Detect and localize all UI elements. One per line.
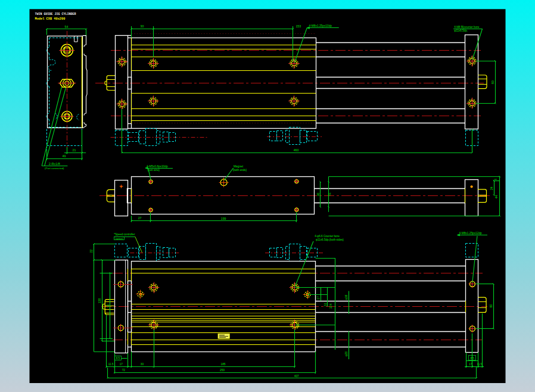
- svg-text:φ11x6.5dp.: φ11x6.5dp.: [454, 29, 468, 32]
- svg-text:(Port connected): (Port connected): [45, 167, 64, 170]
- svg-text:4-M8x1.25px10dp: 4-M8x1.25px10dp: [309, 24, 332, 27]
- svg-text:199: 199: [221, 217, 226, 220]
- svg-text:4-M8x1.25px12dp: 4-M8x1.25px12dp: [459, 232, 482, 235]
- svg-text:60: 60: [491, 80, 494, 84]
- svg-text:49: 49: [63, 154, 66, 158]
- svg-text:17: 17: [316, 296, 320, 300]
- svg-text:*Speed controller: *Speed controller: [114, 233, 135, 236]
- svg-text:φ20: φ20: [344, 351, 348, 356]
- svg-text:21: 21: [73, 148, 76, 152]
- svg-text:51: 51: [328, 192, 331, 196]
- svg-text:124: 124: [329, 304, 332, 309]
- svg-text:44: 44: [494, 195, 498, 199]
- svg-text:11.5: 11.5: [477, 363, 482, 366]
- svg-text:153: 153: [296, 24, 301, 28]
- svg-text:22: 22: [89, 250, 93, 253]
- svg-text:2-Rc1/8: 2-Rc1/8: [49, 162, 60, 166]
- svg-text:138: 138: [98, 298, 101, 304]
- svg-text:60: 60: [489, 304, 493, 308]
- svg-text:Magnet: Magnet: [234, 165, 244, 168]
- svg-text:TWIN GUIDE JIG CYLINDER: TWIN GUIDE JIG CYLINDER: [35, 13, 76, 16]
- svg-text:4-φ6.6 Counter bore: 4-φ6.6 Counter bore: [315, 235, 340, 238]
- svg-text:40: 40: [316, 192, 320, 196]
- svg-text:(option): (option): [115, 238, 123, 240]
- svg-text:φ11x6.5dp.(both sides): φ11x6.5dp.(both sides): [316, 238, 344, 241]
- svg-text:11.5: 11.5: [108, 363, 114, 366]
- svg-text:185: 185: [220, 363, 225, 366]
- svg-text:24: 24: [490, 186, 493, 190]
- svg-text:72: 72: [122, 369, 126, 372]
- svg-text:54: 54: [65, 25, 69, 29]
- svg-text:30: 30: [141, 24, 144, 28]
- svg-text:5: 5: [494, 178, 497, 180]
- svg-text:φ16: φ16: [344, 294, 348, 300]
- svg-text:4-M8 B(counter bore: 4-M8 B(counter bore: [454, 26, 480, 29]
- svg-text:30: 30: [141, 363, 144, 366]
- svg-text:460: 460: [294, 148, 299, 152]
- svg-text:51: 51: [324, 303, 327, 306]
- svg-text:17: 17: [469, 363, 472, 366]
- svg-text:253: 253: [220, 369, 225, 372]
- svg-text:17: 17: [120, 363, 123, 366]
- svg-text:Model CXB 40x200: Model CXB 40x200: [35, 17, 66, 21]
- svg-text:27: 27: [138, 216, 142, 220]
- svg-text:8.5: 8.5: [116, 357, 120, 360]
- svg-text:(both ends): (both ends): [233, 169, 247, 172]
- svg-text:407: 407: [294, 375, 299, 378]
- svg-text:90: 90: [106, 304, 110, 307]
- svg-text:4-M5x0.8px10dp: 4-M5x0.8px10dp: [147, 165, 168, 168]
